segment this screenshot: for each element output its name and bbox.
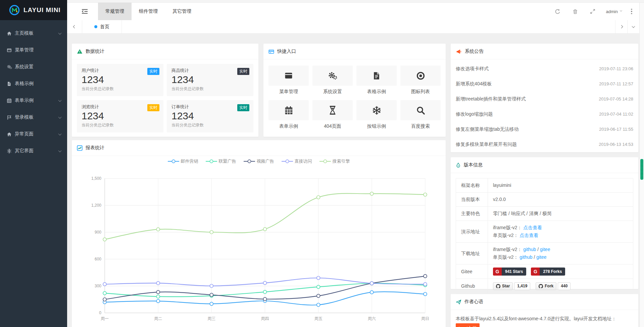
sidebar-item-table-examples[interactable]: 表格示例 — [0, 75, 67, 92]
clear-cache-trash-icon[interactable] — [566, 3, 584, 20]
download-gitee-link[interactable]: gitee — [540, 247, 550, 252]
home-icon — [7, 31, 15, 36]
stat-view-count[interactable]: 浏览统计 1234 当前分类总记录数 实时 — [77, 100, 163, 132]
sidebar-item-home-template[interactable]: 主页模板 — [0, 25, 67, 42]
download-gitee-link[interactable]: gitee — [536, 254, 546, 260]
card-title: 数据统计 — [86, 48, 104, 54]
sidebar: LAYUI MINI 主页模板 菜单管理 系统设置 表格示例 表单示例 登录模板 — [0, 0, 67, 327]
warning-triangle-icon — [77, 49, 83, 54]
version-table: 框架名称 layuimini 当前版本 v2.0.0 主要特色 零门槛 / 响应… — [456, 178, 633, 293]
card-system-announcements: 系统公告 修改选项卡样式 2019-07-11 23:06 新增系统404模板 … — [451, 44, 638, 152]
tab-scroll-right-button[interactable] — [615, 20, 627, 33]
svg-text:900: 900 — [95, 230, 101, 235]
announcement-item[interactable]: 修改logo缩放问题 2019-07-04 11:02 — [456, 107, 633, 122]
legend-item[interactable]: 搜索引擎 — [319, 158, 350, 164]
sidebar-item-system-settings[interactable]: 系统设置 — [0, 58, 67, 75]
demo-spa-link[interactable]: 点击查看 — [519, 233, 538, 238]
status-badge: 实时 — [147, 104, 159, 111]
sidebar-item-form-examples[interactable]: 表单示例 — [0, 92, 67, 109]
quick-icon-list[interactable]: 图标列表 — [400, 66, 441, 95]
card-header: 报表统计 — [72, 140, 446, 156]
download-github-link[interactable]: github — [523, 247, 536, 252]
announcement-item[interactable]: 修改选项卡样式 2019-07-11 23:06 — [456, 61, 633, 76]
quick-table-examples[interactable]: 表格示例 — [356, 66, 397, 95]
gitee-logo-icon: G — [493, 268, 502, 276]
tab-home[interactable]: 首页 — [82, 20, 122, 33]
gitee-forks-badge[interactable]: G278 Forks — [531, 268, 565, 276]
gitee-badges: G941 StarsG278 Forks — [488, 264, 633, 279]
table-row: Gitee G941 StarsG278 Forks — [456, 264, 633, 279]
window-icon — [7, 48, 15, 53]
username: admin — [606, 9, 618, 14]
status-badge: 实时 — [237, 104, 249, 111]
quick-404-page[interactable]: 404页面 — [312, 100, 353, 129]
announcement-item[interactable]: 新增系统404模板 2019-07-11 12:57 — [456, 76, 633, 91]
quick-button-examples[interactable]: 按钮示例 — [356, 100, 397, 129]
table-row: 当前版本 v2.0.0 — [456, 193, 633, 207]
download-links: iframe版-v2： github / gitee 单页版-v2： githu… — [488, 243, 633, 264]
gears-icon — [7, 64, 15, 70]
user-menu[interactable]: admin — [601, 9, 627, 14]
legend-item[interactable]: 直接访问 — [282, 158, 312, 164]
legend-item[interactable]: 视频广告 — [244, 158, 274, 164]
quick-form-examples[interactable]: 表单示例 — [268, 100, 309, 129]
flag-icon — [7, 115, 15, 120]
header-nav: 常规管理 组件管理 其它管理 — [98, 3, 199, 20]
download-github-link[interactable]: github — [519, 254, 532, 260]
github-fork-count[interactable]: 440 — [558, 282, 571, 290]
page-scrollbar-thumb[interactable] — [640, 159, 643, 180]
collapse-sidebar-icon[interactable] — [75, 3, 95, 20]
active-tab-dot — [94, 25, 97, 28]
legend-item[interactable]: 联盟广告 — [206, 158, 236, 164]
svg-text:1,500: 1,500 — [91, 176, 101, 181]
stat-product-count[interactable]: 商品统计 1234 当前分类总记录数 实时 — [167, 64, 253, 96]
caret-down-icon — [620, 9, 622, 12]
refresh-icon[interactable] — [549, 3, 566, 20]
github-fork-button[interactable]: Fork — [536, 282, 556, 290]
layui-doc-badge[interactable]: layui文档 — [456, 323, 480, 327]
stat-order-count[interactable]: 订单统计 1234 当前分类总记录数 实时 — [167, 100, 253, 132]
quick-system-settings[interactable]: 系统设置 — [312, 66, 353, 95]
stat-user-count[interactable]: 用户统计 1234 当前分类总记录数 实时 — [77, 64, 163, 96]
quick-menu-management[interactable]: 菜单管理 — [268, 66, 309, 95]
github-star-count[interactable]: 1,419 — [514, 282, 530, 290]
chart-legend: 邮件营销联盟广告视频广告直接访问搜索引擎 — [72, 156, 446, 167]
quick-entry-grid: 菜单管理 系统设置 表格示例 图标列表 表单示例 — [263, 59, 446, 135]
fullscreen-icon[interactable] — [584, 3, 601, 20]
logo-bar[interactable]: LAYUI MINI — [0, 0, 67, 20]
github-mark-icon — [539, 284, 543, 288]
chevron-down-icon — [58, 115, 62, 119]
legend-item[interactable]: 邮件营销 — [168, 158, 198, 164]
header-tab-other[interactable]: 其它管理 — [165, 3, 199, 20]
framework-name: layuimini — [488, 178, 633, 193]
announcement-item[interactable]: 修复多模块菜单栏展开有问题 2019-06-13 14:53 — [456, 137, 633, 152]
quick-baidu-search[interactable]: 百度搜索 — [400, 100, 441, 129]
svg-text:周三: 周三 — [207, 316, 215, 321]
file-icon — [7, 81, 15, 86]
gitee-stars-badge[interactable]: G941 Stars — [493, 268, 526, 276]
github-star-button[interactable]: Star — [493, 282, 513, 290]
gitee-logo-icon: G — [531, 268, 540, 276]
svg-text:周日: 周日 — [421, 316, 429, 321]
card-title: 系统公告 — [465, 48, 484, 54]
report-chart[interactable]: 03006009001,2001,500周一周二周三周四周五周六周日 — [72, 167, 446, 327]
sidebar-item-other-pages[interactable]: 其它界面 — [0, 142, 67, 159]
sidebar-item-error-pages[interactable]: 异常页面 — [0, 126, 67, 142]
sidebar-item-menu-management[interactable]: 菜单管理 — [0, 42, 67, 58]
svg-text:周一: 周一 — [101, 316, 109, 321]
header-tab-components[interactable]: 组件管理 — [132, 3, 165, 20]
tab-scroll-left-button[interactable] — [67, 20, 82, 33]
page-scrollbar-track[interactable] — [639, 3, 644, 327]
demo-iframe-link[interactable]: 点击查看 — [523, 225, 542, 230]
tab-operations-dropdown-button[interactable] — [627, 20, 639, 33]
more-options-icon[interactable] — [627, 3, 637, 20]
announcement-item[interactable]: 修复左侧菜单缩放tab无法移动 2019-06-17 11:55 — [456, 122, 633, 137]
gears-icon — [312, 66, 353, 86]
announcement-item[interactable]: 新增treetable插件和菜单管理样式 2019-07-05 14:28 — [456, 91, 633, 107]
chevron-down-icon — [632, 25, 635, 28]
header-tab-general[interactable]: 常规管理 — [98, 3, 132, 20]
table-row: 框架名称 layuimini — [456, 178, 633, 193]
line-chart-icon — [77, 145, 83, 151]
sidebar-item-login-template[interactable]: 登录模板 — [0, 109, 67, 126]
status-badge: 实时 — [237, 68, 249, 75]
